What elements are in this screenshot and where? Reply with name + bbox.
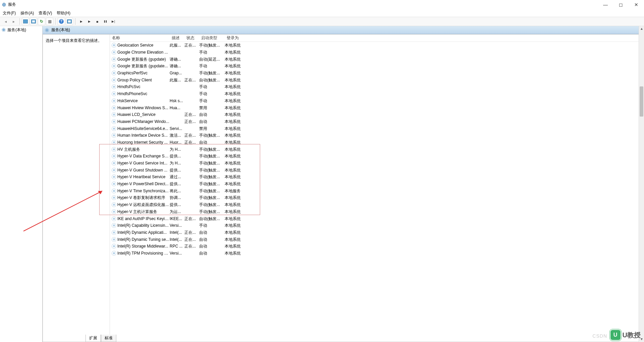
service-row[interactable]: Hyper-V 远程桌面虚拟化服...提供...手动(触发...本地系统 bbox=[110, 201, 644, 208]
service-row[interactable]: HmdfsPhoneSvc手动本地系统 bbox=[110, 90, 644, 97]
col-desc[interactable]: 描述 bbox=[170, 35, 184, 42]
service-row[interactable]: Google 更新服务 (gupdate...请确...手动本地系统 bbox=[110, 63, 644, 70]
service-startup: 手动(触发... bbox=[199, 201, 225, 208]
gear-icon bbox=[45, 28, 49, 32]
gear-icon bbox=[111, 153, 117, 159]
service-row[interactable]: HV 主机服务为 H...手动(触发...本地系统 bbox=[110, 146, 644, 153]
service-row[interactable]: Hyper-V 主机计算服务为运...手动(触发...本地系统 bbox=[110, 208, 644, 215]
gear-icon bbox=[111, 160, 117, 166]
menubar: 文件(F) 操作(A) 查看(V) 帮助(H) bbox=[0, 9, 644, 17]
stop-service-button[interactable] bbox=[94, 18, 101, 25]
tab-standard[interactable]: 标准 bbox=[101, 335, 116, 342]
props-button[interactable] bbox=[66, 18, 73, 25]
help-button[interactable] bbox=[58, 18, 65, 25]
scroll-thumb[interactable] bbox=[640, 86, 643, 117]
service-logon: 本地系统 bbox=[225, 139, 248, 146]
service-row[interactable]: Intel(R) Capability Licensin...Versi...手… bbox=[110, 222, 644, 229]
service-name: Intel(R) Capability Licensin... bbox=[117, 222, 170, 229]
service-row[interactable]: Hyper-V Guest Service Int...为 H...手动(触发.… bbox=[110, 160, 644, 167]
detail-hint: 选择一个项目来查看它的描述。 bbox=[46, 38, 107, 44]
service-row[interactable]: Hyper-V Guest Shutdown ...提供...手动(触发...本… bbox=[110, 166, 644, 174]
service-desc: IKEE... bbox=[170, 215, 184, 222]
service-row[interactable]: Google Chrome Elevation ...手动本地系统 bbox=[110, 49, 644, 56]
tree-pane: 服务(本地) bbox=[0, 26, 43, 342]
service-startup: 手动(触发... bbox=[199, 70, 225, 76]
service-logon: 本地系统 bbox=[225, 118, 248, 125]
service-desc: 为 H... bbox=[170, 160, 184, 166]
refresh-button[interactable] bbox=[38, 18, 45, 25]
service-desc: 为 H... bbox=[170, 146, 184, 153]
menu-file[interactable]: 文件(F) bbox=[3, 10, 16, 16]
close-button[interactable]: ✕ bbox=[629, 0, 644, 9]
service-row[interactable]: GraphicsPerfSvcGrap...手动(触发...本地系统 bbox=[110, 70, 644, 77]
service-row[interactable]: Intel(R) Dynamic Tuning se...Intel(...正在… bbox=[110, 236, 644, 243]
service-row[interactable]: Intel(R) Storage Middlewar...RPC ...正在..… bbox=[110, 243, 644, 250]
minimize-button[interactable]: — bbox=[598, 0, 613, 9]
service-startup: 手动 bbox=[199, 63, 225, 69]
service-row[interactable]: Hyper-V Time Synchroniza...将此...手动(触发...… bbox=[110, 187, 644, 194]
service-name: Intel(R) TPM Provisioning S... bbox=[117, 250, 170, 257]
pause-service-button[interactable] bbox=[102, 18, 109, 25]
pane-header: 服务(本地) bbox=[43, 26, 644, 34]
service-startup: 自动 bbox=[199, 243, 225, 250]
col-name[interactable]: 名称 bbox=[110, 35, 170, 42]
service-logon: 本地系统 bbox=[225, 70, 248, 76]
menu-help[interactable]: 帮助(H) bbox=[57, 10, 70, 16]
maximize-button[interactable]: ◻ bbox=[613, 0, 629, 9]
service-row[interactable]: Intel(R) Dynamic Applicati...Intel(...正在… bbox=[110, 229, 644, 236]
show-hide-tree-button[interactable] bbox=[22, 18, 29, 25]
service-desc: Hua... bbox=[170, 105, 184, 111]
service-row[interactable]: Hyper-V 卷影复制请求程序协调...手动(触发...本地系统 bbox=[110, 194, 644, 201]
service-row[interactable]: Huawei PCManager Windo...正在...自动本地系统 bbox=[110, 118, 644, 125]
service-row[interactable]: Google 更新服务 (gupdate)请确...自动(延迟...本地系统 bbox=[110, 56, 644, 63]
back-button[interactable] bbox=[2, 18, 9, 25]
col-status[interactable]: 状态 bbox=[184, 35, 199, 42]
col-startup[interactable]: 启动类型 bbox=[199, 35, 225, 42]
service-name: Hyper-V Time Synchroniza... bbox=[117, 188, 170, 194]
vertical-scrollbar[interactable]: ▴ ▾ bbox=[639, 26, 644, 342]
gear-icon bbox=[111, 244, 117, 249]
service-startup: 自动(延迟... bbox=[199, 56, 225, 63]
properties-button[interactable] bbox=[30, 18, 37, 25]
service-row[interactable]: HmdfsPcSvc手动本地系统 bbox=[110, 83, 644, 90]
col-logon[interactable]: 登录为 bbox=[225, 35, 248, 42]
scroll-up-icon[interactable]: ▴ bbox=[639, 26, 644, 31]
menu-action[interactable]: 操作(A) bbox=[20, 10, 34, 16]
service-name: Google Chrome Elevation ... bbox=[117, 49, 170, 56]
service-row[interactable]: Huorong Internet Security ...Huor...正在..… bbox=[110, 139, 644, 146]
service-row[interactable]: Group Policy Client此服...正在...自动(触发...本地系… bbox=[110, 76, 644, 83]
service-startup: 手动(触发... bbox=[199, 194, 225, 201]
gear-icon bbox=[111, 251, 117, 256]
tree-node-services-local[interactable]: 服务(本地) bbox=[0, 26, 42, 33]
service-name: Huawei Hiview Windows S... bbox=[117, 105, 170, 111]
start-service-button[interactable] bbox=[77, 18, 85, 25]
service-row[interactable]: Huawei Hiview Windows S...Hua...禁用本地系统 bbox=[110, 104, 644, 111]
service-desc: Versi... bbox=[170, 250, 184, 257]
service-row[interactable]: IKE and AuthIP IPsec Keyin...IKEE...正在..… bbox=[110, 215, 644, 222]
service-row[interactable]: Huawei LCD_Service正在...自动本地系统 bbox=[110, 111, 644, 118]
titlebar: 服务 — ◻ ✕ bbox=[0, 0, 644, 9]
detail-pane: 选择一个项目来查看它的描述。 bbox=[43, 35, 110, 342]
service-status: 正在... bbox=[184, 77, 199, 83]
menu-view[interactable]: 查看(V) bbox=[39, 10, 52, 16]
service-startup: 手动(触发... bbox=[199, 208, 225, 215]
start-service-button-2[interactable] bbox=[85, 18, 93, 25]
export-button[interactable] bbox=[46, 18, 53, 25]
service-row[interactable]: Human Interface Device S...激活...正在...手动(… bbox=[110, 132, 644, 139]
service-status: 正在... bbox=[184, 111, 199, 118]
service-row[interactable]: Intel(R) TPM Provisioning S...Versi...自动… bbox=[110, 250, 644, 257]
toolbar bbox=[0, 17, 644, 26]
service-row[interactable]: Geolocation Service此服...正在...手动(触发...本地系… bbox=[110, 42, 644, 49]
service-row[interactable]: Hyper-V PowerShell Direct...提供...手动(触发..… bbox=[110, 181, 644, 188]
service-desc: Intel(... bbox=[170, 229, 184, 236]
restart-service-button[interactable] bbox=[110, 18, 117, 25]
service-name: Huorong Internet Security ... bbox=[117, 139, 170, 146]
service-row[interactable]: HskServiceHsk s...手动本地系统 bbox=[110, 97, 644, 105]
service-row[interactable]: Hyper-V Heartbeat Service通过...手动(触发...本地… bbox=[110, 174, 644, 181]
service-desc: 请确... bbox=[170, 56, 184, 63]
service-desc: Intel(... bbox=[170, 236, 184, 243]
forward-button[interactable] bbox=[10, 18, 17, 25]
service-row[interactable]: Hyper-V Data Exchange Se...提供...手动(触发...… bbox=[110, 153, 644, 160]
tab-extended[interactable]: 扩展 bbox=[85, 335, 101, 342]
service-row[interactable]: HuaweiHiSuiteService64.e...Servi...禁用本地系… bbox=[110, 125, 644, 132]
